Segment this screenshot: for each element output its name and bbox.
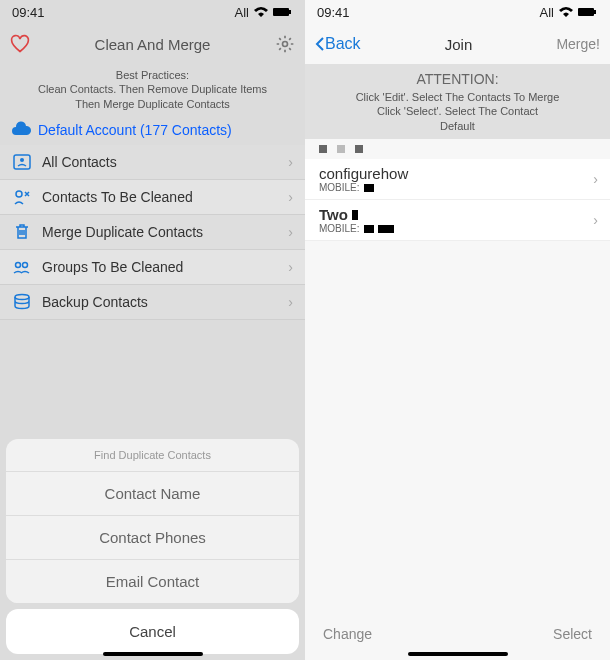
attention-block: ATTENTION: Click 'Edit'. Select The Cont… xyxy=(305,64,610,139)
wifi-icon xyxy=(558,6,574,18)
sheet-cancel-button[interactable]: Cancel xyxy=(6,609,299,654)
back-button[interactable]: Back xyxy=(315,35,361,53)
sheet-header: Find Duplicate Contacts xyxy=(6,439,299,472)
sheet-option-contact-name[interactable]: Contact Name xyxy=(6,472,299,516)
chevron-left-icon xyxy=(315,36,325,52)
sheet-option-contact-phones[interactable]: Contact Phones xyxy=(6,516,299,560)
battery-icon xyxy=(578,7,598,17)
change-button[interactable]: Change xyxy=(323,626,372,642)
home-indicator xyxy=(408,652,508,656)
select-button[interactable]: Select xyxy=(553,626,592,642)
redacted-number xyxy=(364,225,374,233)
group-indicator xyxy=(305,139,610,159)
contact-row-1[interactable]: configurehow MOBILE: › xyxy=(305,159,610,200)
svg-rect-10 xyxy=(594,10,596,14)
status-time: 09:41 xyxy=(317,5,350,20)
redacted-number xyxy=(364,184,374,192)
contact-row-2[interactable]: Two MOBILE: › xyxy=(305,200,610,241)
action-sheet-backdrop: Find Duplicate Contacts Contact Name Con… xyxy=(0,0,305,660)
redacted-number xyxy=(378,225,394,233)
bottom-toolbar: Change Select xyxy=(305,626,610,642)
status-bar: 09:41 All xyxy=(305,0,610,24)
chevron-right-icon: › xyxy=(593,212,598,228)
right-screen: 09:41 All Back Join Merge! ATTENTION: Cl… xyxy=(305,0,610,660)
left-screen: 09:41 All Clean And Merge Best Practices… xyxy=(0,0,305,660)
nav-bar: Back Join Merge! xyxy=(305,24,610,64)
chevron-right-icon: › xyxy=(593,171,598,187)
svg-rect-9 xyxy=(578,8,594,16)
merge-button[interactable]: Merge! xyxy=(556,36,600,52)
home-indicator xyxy=(103,652,203,656)
nav-title: Join xyxy=(361,36,557,53)
sheet-option-email-contact[interactable]: Email Contact xyxy=(6,560,299,603)
status-right: All xyxy=(540,5,598,20)
action-sheet: Find Duplicate Contacts Contact Name Con… xyxy=(6,439,299,603)
